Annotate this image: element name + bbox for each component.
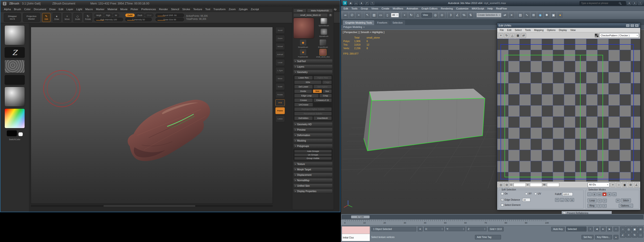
displacement-section-header[interactable]: Displacement [293, 173, 333, 177]
edit-uvws-titlebar[interactable]: Edit UVWs – □ × [497, 23, 640, 28]
set-key-button[interactable]: Set Key [582, 235, 594, 240]
minimize-icon[interactable]: – [626, 24, 630, 27]
unlink-icon[interactable]: ∅ [349, 12, 355, 18]
schematic-view-icon[interactable]: ⊞ [530, 12, 537, 18]
zoom-all-icon[interactable]: ◎ [626, 227, 632, 232]
rgb-intensity-slider[interactable]: Rgb Intensity 100 [94, 18, 123, 21]
select-link-icon[interactable]: ∞ [342, 12, 348, 18]
create-selection-set-dropdown[interactable]: Create Selection S▾ [476, 13, 502, 17]
falloff-curve-fast-icon[interactable]: ∧ [570, 198, 574, 202]
move-mode-button[interactable]: +Move [63, 13, 71, 22]
sculpted-rock-model[interactable] [120, 88, 215, 168]
edge-distance-field[interactable]: 16 [522, 198, 530, 202]
max-menu-7[interactable]: Graph Editors [420, 7, 439, 10]
unified-skin-section-header[interactable]: Unified Skin [293, 184, 333, 188]
uv-shell-outline[interactable] [504, 55, 603, 177]
stitch-button[interactable]: Stitch [621, 199, 631, 203]
max-menu-0[interactable]: Edit [342, 7, 350, 10]
geometry-section-header[interactable]: Geometry [293, 70, 333, 74]
crease-level-slider[interactable]: CreaseLvl 15 [314, 98, 332, 102]
auto-key-button[interactable]: Auto Key [551, 227, 565, 231]
favorites-star-icon[interactable]: ★ [627, 1, 631, 5]
shrink-selection-icon[interactable]: – [612, 192, 616, 196]
material-id-dropdown[interactable]: All IDs▾ [588, 182, 610, 187]
key-filters-button[interactable]: Key Filters... [595, 235, 612, 240]
time-slider-handle[interactable]: 0 / 100 [351, 216, 370, 218]
preview-section-header[interactable]: Preview [293, 128, 333, 132]
select-element-checkbox[interactable] [501, 204, 504, 206]
projection-master-button[interactable]: Projection Master [23, 13, 40, 22]
add-time-tag[interactable]: Add Time Tag [475, 235, 501, 240]
edge-loop-button[interactable]: Edge Loop [294, 94, 319, 98]
uv-canvas[interactable] [497, 39, 640, 182]
track-bar[interactable]: 0102030405060708090100 [341, 220, 644, 225]
main-color-swatch[interactable] [7, 130, 17, 136]
rectangular-region-icon[interactable]: ▭ [378, 12, 384, 18]
make-polymesh3d-button[interactable]: Make PolyMesh3D [307, 9, 333, 12]
selection-set-dropdown[interactable]: Selected▾ [566, 227, 586, 231]
rendered-frame-window-icon[interactable]: ▣ [550, 12, 557, 18]
tab-graphite-modeling-tools[interactable]: Graphite Modeling Tools [343, 20, 374, 25]
uvw-menu-7[interactable]: View [569, 29, 578, 31]
listener-macro-line[interactable] [342, 226, 370, 234]
zoom-icon[interactable]: ○ [616, 182, 621, 187]
rotate-mode-button[interactable]: ↻Rotate [84, 13, 92, 22]
ring-grow-icon[interactable]: › [602, 204, 606, 208]
zbrush-menu-15[interactable]: Stencil [170, 8, 181, 11]
stitch-plus-icon[interactable]: + [616, 199, 620, 203]
x-coordinate-field[interactable]: X:▲▼ [424, 227, 444, 231]
uv-radio[interactable] [534, 193, 537, 195]
del-lower-button[interactable]: Del Lower [294, 85, 313, 89]
zsub-button[interactable]: Zsub [136, 13, 144, 17]
simple-brush-slot[interactable]: ◆SimpleBrush [293, 39, 313, 48]
max-menu-11[interactable]: Help [486, 7, 494, 10]
material-editor-icon[interactable]: ◉ [537, 12, 544, 18]
u-field[interactable] [514, 183, 526, 187]
zbrush-menu-4[interactable]: Draw [48, 8, 57, 11]
select-scale-icon[interactable]: △ [415, 12, 421, 18]
close-icon[interactable]: × [635, 24, 639, 27]
group-visible-button[interactable]: Group Visible [294, 157, 332, 160]
zbrush-menu-22[interactable]: Zscript [249, 8, 261, 11]
reproject-higher-subdiv-button[interactable]: Reproject Higher Subdiv [294, 107, 332, 111]
xy-radio[interactable] [525, 193, 528, 195]
uncrease-button[interactable]: UnCrease [294, 103, 313, 107]
render-setup-icon[interactable]: ✱ [544, 12, 550, 18]
max-menu-4[interactable]: Create [380, 7, 391, 10]
percent-snap-icon[interactable]: % [461, 12, 467, 18]
max-menu-1[interactable]: Tools [350, 7, 359, 10]
zadd-button[interactable]: Zadd [125, 13, 135, 17]
options-button[interactable]: Options... [619, 204, 633, 208]
draw-mode-button[interactable]: ●Draw [52, 13, 61, 22]
falloff-curve-slow-icon[interactable]: ∿ [565, 198, 569, 202]
eraser-brush-slot[interactable]: EraserBrush [314, 39, 333, 48]
align-icon[interactable]: ≡ [508, 12, 515, 18]
uvw-menu-3[interactable]: Tools [523, 29, 532, 31]
new-scene-icon[interactable]: ▣ [348, 1, 352, 5]
use-pivot-center-icon[interactable]: ◎ [432, 12, 438, 18]
zbrush-menu-5[interactable]: Edit [57, 8, 65, 11]
right-shelf-button-8[interactable]: Rotate [275, 91, 285, 98]
right-shelf-button-1[interactable]: Zoom [275, 35, 285, 42]
angle-snap-icon[interactable]: ∠ [454, 12, 460, 18]
m-button[interactable]: M [113, 13, 119, 17]
uv-scale-icon[interactable]: △ [510, 33, 515, 38]
w-field[interactable] [547, 183, 559, 187]
geometry-hd-section-header[interactable]: Geometry HD [293, 122, 333, 126]
next-frame-icon[interactable]: ▶ [607, 227, 612, 231]
active-tool-name[interactable]: small_stone_block 42 [293, 13, 328, 17]
loop-button[interactable]: Loop [588, 199, 597, 203]
right-shelf-button-11[interactable]: Lasso [275, 115, 285, 122]
zbrush-menu-13[interactable]: Preferences [140, 8, 158, 11]
lock-selection-icon[interactable]: ⊖ [504, 182, 509, 187]
selection-lock-icon[interactable]: ⊖ [418, 227, 422, 231]
max-menu-12[interactable]: RealFlow [494, 7, 508, 10]
zbrush-menu-1[interactable]: Brush [12, 8, 22, 11]
uv-mirror-icon[interactable]: ⇄ [521, 33, 526, 38]
zbrush-canvas[interactable] [31, 27, 273, 204]
set-keys-icon[interactable]: ● [614, 235, 618, 240]
zbrush-menu-12[interactable]: Picker [129, 8, 140, 11]
play-animation-icon[interactable]: ► [601, 227, 606, 231]
pan-view-icon[interactable]: + [626, 232, 632, 238]
zoom-icon[interactable]: ○ [620, 227, 626, 232]
